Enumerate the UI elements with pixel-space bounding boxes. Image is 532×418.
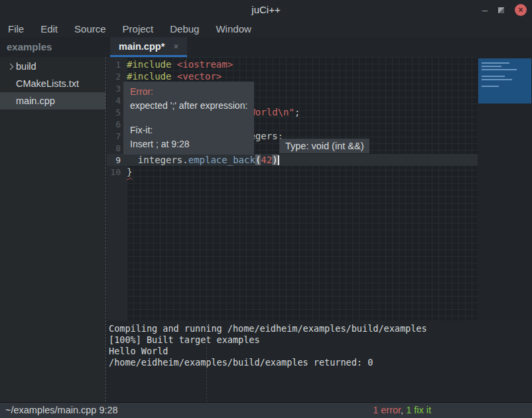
text-cursor bbox=[278, 155, 279, 165]
error-count[interactable]: 1 error bbox=[373, 405, 401, 415]
line-number: 2 bbox=[107, 72, 127, 82]
file-name: CMakeLists.txt bbox=[16, 78, 79, 89]
line-number: 10 bbox=[107, 167, 127, 177]
output-line: Hello World bbox=[107, 346, 532, 357]
menu-item-file[interactable]: File bbox=[8, 23, 24, 35]
code-line-10[interactable]: 10} bbox=[107, 166, 478, 178]
menu-item-project[interactable]: Project bbox=[123, 23, 154, 35]
output-lines: Compiling and running /home/eidheim/exam… bbox=[107, 323, 532, 368]
type-tooltip-text: Type: void (int &&) bbox=[285, 141, 364, 151]
status-bar: ~/examples/main.cpp 9:28 1 error, 1 fix … bbox=[0, 402, 532, 418]
fixit-label: Fix-it: bbox=[130, 123, 247, 137]
tab-close-icon[interactable]: × bbox=[173, 41, 178, 52]
menu-bar: FileEditSourceProjectDebugWindow bbox=[0, 20, 532, 37]
file-tree: buildCMakeLists.txtmain.cpp bbox=[0, 58, 105, 109]
line-content: integers.emplace_back(42) bbox=[127, 155, 279, 165]
menu-item-window[interactable]: Window bbox=[216, 23, 251, 35]
tree-item-main-cpp[interactable]: main.cpp bbox=[0, 92, 105, 109]
output-line: Compiling and running /home/eidheim/exam… bbox=[107, 323, 532, 334]
code-line-1[interactable]: 1#include <iostream> bbox=[107, 58, 478, 70]
line-number: 1 bbox=[107, 60, 127, 70]
tab-label: main.cpp* bbox=[119, 41, 165, 52]
minimap[interactable] bbox=[478, 58, 531, 104]
fixit-count[interactable]: 1 fix it bbox=[406, 405, 431, 415]
status-file-location: ~/examples/main.cpp 9:28 bbox=[5, 403, 118, 418]
code-line-2[interactable]: 2#include <vector> bbox=[107, 70, 478, 82]
top-strip bbox=[0, 37, 532, 57]
window-controls: – × bbox=[482, 0, 527, 20]
output-panel[interactable]: Compiling and running /home/eidheim/exam… bbox=[107, 320, 532, 402]
type-tooltip: Type: void (int &&) bbox=[279, 139, 369, 153]
output-line: /home/eidheim/examples/build/examples re… bbox=[107, 357, 532, 368]
fixit-message: Insert ; at 9:28 bbox=[130, 137, 247, 151]
menu-item-edit[interactable]: Edit bbox=[40, 23, 58, 35]
diagnostic-tooltip: Error: expected ';' after expression: Fi… bbox=[123, 82, 254, 155]
tab-main-cpp[interactable]: main.cpp* × bbox=[110, 37, 187, 57]
window-title: juCi++ bbox=[0, 0, 532, 20]
title-bar: juCi++ – × bbox=[0, 0, 532, 20]
editor-right-margin bbox=[478, 57, 532, 320]
output-margin-ruler bbox=[206, 320, 207, 402]
output-line: [100%] Built target examples bbox=[107, 334, 532, 346]
status-diagnostics: 1 error, 1 fix it bbox=[373, 403, 431, 418]
line-content: #include <iostream> bbox=[127, 59, 233, 70]
minimize-icon[interactable]: – bbox=[482, 0, 488, 20]
line-content: #include <vector> bbox=[127, 71, 222, 82]
pane-separator[interactable] bbox=[105, 57, 106, 402]
sidebar: buildCMakeLists.txtmain.cpp bbox=[0, 57, 105, 402]
menu-item-debug[interactable]: Debug bbox=[170, 23, 199, 35]
file-name: main.cpp bbox=[16, 96, 55, 106]
restore-icon[interactable] bbox=[498, 7, 504, 13]
chevron-right-icon[interactable] bbox=[5, 64, 15, 69]
close-icon[interactable]: × bbox=[515, 4, 527, 16]
line-content: } bbox=[127, 167, 132, 177]
tree-item-build[interactable]: build bbox=[0, 58, 105, 75]
juci-window: juCi++ – × FileEditSourceProjectDebugWin… bbox=[0, 0, 532, 418]
diagnostics-separator: , bbox=[401, 405, 406, 415]
menu-item-source[interactable]: Source bbox=[74, 23, 106, 35]
error-message: expected ';' after expression: bbox=[130, 99, 247, 113]
line-number: 9 bbox=[107, 155, 127, 165]
file-name: build bbox=[16, 61, 36, 72]
code-line-9[interactable]: 9 integers.emplace_back(42) bbox=[107, 154, 478, 166]
tree-item-cmakelists-txt[interactable]: CMakeLists.txt bbox=[0, 75, 105, 92]
error-label: Error: bbox=[130, 85, 247, 99]
project-name-header: examples bbox=[7, 37, 52, 57]
